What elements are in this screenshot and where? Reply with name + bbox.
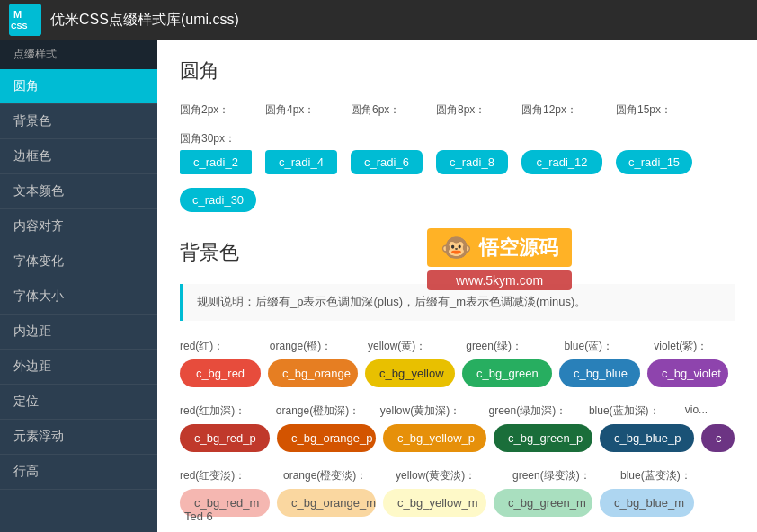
radi-label-8: 圆角8px： <box>436 102 508 118</box>
label-green: green(绿)： <box>466 339 555 354</box>
sidebar-item-bordercolor[interactable]: 边框色 <box>0 139 157 174</box>
content-area: 🐵 悟空源码 www.5kym.com 圆角 圆角2px： 圆角4px： 圆角6… <box>157 40 757 532</box>
btn-bg-green-m[interactable]: c_bg_green_m <box>494 489 592 517</box>
sidebar-item-fontvariant[interactable]: 字体变化 <box>0 244 157 279</box>
sidebar-item-lineheight[interactable]: 行高 <box>0 455 157 490</box>
radi-btn-6[interactable]: c_radi_6 <box>351 150 423 174</box>
btn-bg-orange-p[interactable]: c_bg_orange_p <box>277 424 376 452</box>
label-violet-p: vio... <box>685 403 735 419</box>
main-layout: 点缀样式 圆角 背景色 边框色 文本颜色 内容对齐 字体变化 字体大小 内边距 … <box>0 40 757 532</box>
radi-label-30: 圆角30px： <box>180 131 256 146</box>
sidebar-item-padding[interactable]: 内边距 <box>0 315 157 350</box>
btn-bg-violet[interactable]: c_bg_violet <box>647 359 728 387</box>
btn-bg-orange-m[interactable]: c_bg_orange_m <box>277 489 376 517</box>
bgcolor-info-text: 规则说明：后缀有_p表示色调加深(plus)，后缀有_m表示色调减淡(minus… <box>197 295 586 308</box>
sidebar-item-align[interactable]: 内容对齐 <box>0 209 157 244</box>
radi-label-12: 圆角12px： <box>521 102 602 118</box>
label-green-m: green(绿变淡)： <box>512 468 611 483</box>
rounded-section-title: 圆角 <box>180 58 735 84</box>
btn-bg-orange[interactable]: c_bg_orange <box>268 359 358 387</box>
app-logo: M CSS <box>9 4 41 36</box>
label-blue-m: blue(蓝变淡)： <box>620 468 715 483</box>
label-red-p: red(红加深)： <box>180 403 267 419</box>
btn-bg-blue-m[interactable]: c_bg_blue_m <box>600 489 694 517</box>
plus-color-row: red(红加深)： orange(橙加深)： yellow(黄加深)： gree… <box>180 403 735 452</box>
label-yellow-p: yellow(黄加深)： <box>380 403 480 419</box>
label-yellow-m: yellow(黄变淡)： <box>396 468 503 483</box>
normal-color-row: red(红)： orange(橙)： yellow(黄)： green(绿)： … <box>180 339 735 387</box>
bgcolor-divider: 背景色 <box>180 239 735 266</box>
label-orange: orange(橙)： <box>270 339 359 354</box>
btn-bg-yellow-m[interactable]: c_bg_yellow_m <box>383 489 486 517</box>
rounded-labels-row: 圆角2px： 圆角4px： 圆角6px： 圆角8px： 圆角12px： 圆角15… <box>180 102 735 146</box>
bgcolor-section-title: 背景色 <box>180 239 735 266</box>
btn-bg-green[interactable]: c_bg_green <box>462 359 552 387</box>
normal-color-labels: red(红)： orange(橙)： yellow(黄)： green(绿)： … <box>180 339 735 354</box>
ted6-label: Ted 6 <box>184 510 213 523</box>
label-orange-m: orange(橙变淡)： <box>283 468 387 483</box>
app-title: 优米CSS点缀样式库(umi.css) <box>50 11 239 30</box>
radi-btn-2[interactable]: c_radi_2 <box>180 150 252 174</box>
app-header: M CSS 优米CSS点缀样式库(umi.css) <box>0 0 757 40</box>
btn-bg-blue[interactable]: c_bg_blue <box>559 359 640 387</box>
sidebar: 点缀样式 圆角 背景色 边框色 文本颜色 内容对齐 字体变化 字体大小 内边距 … <box>0 40 157 532</box>
radi-label-4: 圆角4px： <box>265 102 337 118</box>
radi-btn-8[interactable]: c_radi_8 <box>436 150 508 174</box>
label-blue-p: blue(蓝加深)： <box>589 403 676 419</box>
btn-bg-red-p[interactable]: c_bg_red_p <box>180 424 270 452</box>
plus-color-buttons: c_bg_red_p c_bg_orange_p c_bg_yellow_p c… <box>180 424 735 452</box>
btn-bg-green-p[interactable]: c_bg_green_p <box>494 424 592 452</box>
minus-color-labels: red(红变淡)： orange(橙变淡)： yellow(黄变淡)： gree… <box>180 468 735 483</box>
btn-bg-yellow-p[interactable]: c_bg_yellow_p <box>383 424 486 452</box>
radi-btn-15[interactable]: c_radi_15 <box>616 150 692 174</box>
radi-btn-4[interactable]: c_radi_4 <box>265 150 337 174</box>
bgcolor-info-box: 规则说明：后缀有_p表示色调加深(plus)，后缀有_m表示色调减淡(minus… <box>180 284 735 321</box>
label-blue: blue(蓝)： <box>564 339 645 354</box>
minus-color-row: red(红变淡)： orange(橙变淡)： yellow(黄变淡)： gree… <box>180 468 735 517</box>
label-red-m: red(红变淡)： <box>180 468 274 483</box>
radi-label-2: 圆角2px： <box>180 102 252 118</box>
btn-bg-red[interactable]: c_bg_red <box>180 359 261 387</box>
sidebar-section-header: 点缀样式 <box>0 40 157 69</box>
sidebar-item-float[interactable]: 元素浮动 <box>0 420 157 455</box>
radi-label-15: 圆角15px： <box>616 102 692 118</box>
radi-label-6: 圆角6px： <box>351 102 423 118</box>
btn-bg-blue-p[interactable]: c_bg_blue_p <box>600 424 694 452</box>
normal-color-buttons: c_bg_red c_bg_orange c_bg_yellow c_bg_gr… <box>180 359 735 387</box>
label-violet: violet(紫)： <box>654 339 735 354</box>
svg-text:M: M <box>13 9 22 20</box>
btn-bg-violet-p[interactable]: c <box>701 424 735 452</box>
label-orange-p: orange(橙加深)： <box>276 403 371 419</box>
sidebar-item-bgcolor[interactable]: 背景色 <box>0 104 157 139</box>
sidebar-item-rounded[interactable]: 圆角 <box>0 69 157 104</box>
label-yellow: yellow(黄)： <box>368 339 457 354</box>
sidebar-item-position[interactable]: 定位 <box>0 385 157 420</box>
sidebar-item-margin[interactable]: 外边距 <box>0 350 157 385</box>
btn-bg-yellow[interactable]: c_bg_yellow <box>365 359 455 387</box>
sidebar-item-fontsize[interactable]: 字体大小 <box>0 279 157 315</box>
minus-color-buttons: c_bg_red_m c_bg_orange_m c_bg_yellow_m c… <box>180 489 735 517</box>
radi-btn-30[interactable]: c_radi_30 <box>180 188 256 212</box>
label-green-p: green(绿加深)： <box>488 403 579 419</box>
svg-text:CSS: CSS <box>11 22 28 31</box>
label-red: red(红)： <box>180 339 261 354</box>
rounded-buttons-row: c_radi_2 c_radi_4 c_radi_6 c_radi_8 c_ra… <box>180 150 735 212</box>
sidebar-item-textcolor[interactable]: 文本颜色 <box>0 174 157 209</box>
plus-color-labels: red(红加深)： orange(橙加深)： yellow(黄加深)： gree… <box>180 403 735 419</box>
radi-btn-12[interactable]: c_radi_12 <box>521 150 602 174</box>
